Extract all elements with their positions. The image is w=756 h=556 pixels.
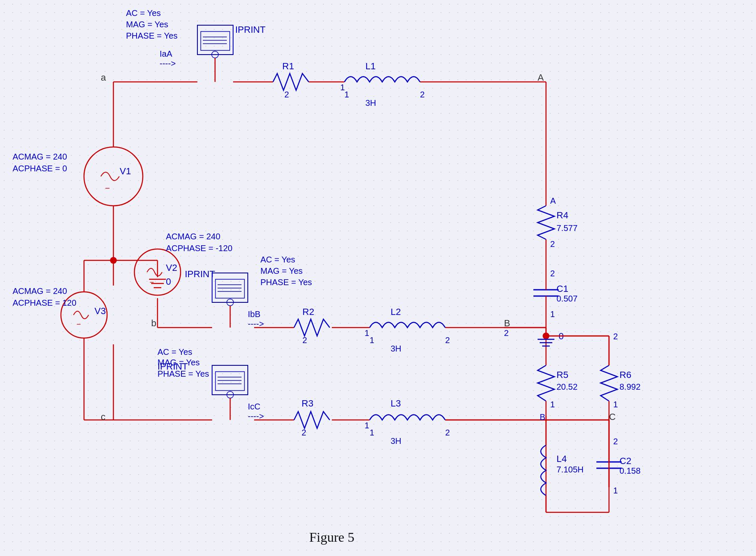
C1-label: C1 (556, 283, 568, 294)
node-c-label: c (101, 412, 105, 422)
R2-node2: 1 (365, 328, 369, 338)
IPRINT-C-arrow: ----> (248, 412, 264, 421)
IPRINT-A-label: IPRINT (235, 24, 265, 35)
C1-value: 0.507 (556, 294, 578, 303)
IPRINT-A-phase: PHASE = Yes (126, 31, 178, 40)
node-C-label: C (609, 412, 616, 422)
B-node-label-2: 2 (504, 328, 509, 338)
IPRINT-A-current: IaA (160, 49, 173, 58)
R6-node2: 2 (613, 332, 618, 341)
IPRINT-B-label: IPRINT (185, 269, 215, 279)
C2-value: 0.158 (620, 466, 640, 475)
B-area-label: B (540, 412, 545, 422)
node-A-label: A (538, 72, 544, 83)
L2-value: 3H (391, 344, 402, 353)
L3-node2: 2 (445, 428, 450, 437)
R3-node1: 2 (302, 428, 306, 437)
node-B-label: B (504, 318, 510, 328)
C2-node2: 2 (613, 437, 618, 446)
figure-label: Figure 5 (309, 530, 354, 545)
L1-node1: 1 (344, 90, 349, 99)
IPRINT-C-current: IcC (248, 402, 260, 411)
IPRINT-C-mag: MAG = Yes (158, 358, 200, 367)
V2-acmag: ACMAG = 240 (166, 232, 220, 241)
L2-label: L2 (391, 307, 401, 317)
svg-text:−: − (76, 320, 81, 328)
V3-acphase: ACPHASE = 120 (13, 298, 76, 307)
node-b-label: b (151, 318, 156, 328)
R5-value: 20.52 (556, 382, 578, 391)
R1-node2: 1 (340, 83, 345, 92)
IPRINT-B-current: IbB (248, 309, 260, 319)
R3-node2: 1 (365, 421, 369, 430)
L4-label: L4 (556, 454, 567, 464)
R2-label: R2 (302, 307, 314, 317)
C1-node2: 2 (550, 269, 555, 278)
L2-node1: 1 (370, 336, 374, 345)
V1-acphase: ACPHASE = 0 (13, 164, 67, 173)
C2-label: C2 (620, 456, 631, 466)
svg-text:−: − (105, 184, 110, 193)
IPRINT-A-arrow: ----> (160, 59, 176, 68)
L2-node2: 2 (445, 336, 450, 345)
L4-value: 7.105H (556, 465, 584, 474)
V1-label: V1 (120, 166, 131, 176)
V2-label: V2 (166, 262, 177, 273)
R6-node1: 1 (613, 400, 618, 409)
C1-node1: 1 (550, 309, 555, 319)
R4-label: R4 (556, 210, 568, 220)
IPRINT-A-ac: AC = Yes (126, 8, 161, 18)
IPRINT-C-ac: AC = Yes (158, 347, 192, 357)
R6-value: 8.992 (620, 382, 640, 391)
V1-acmag: ACMAG = 240 (13, 152, 67, 161)
R4-node2: 2 (550, 239, 555, 249)
R2-node1: 2 (302, 336, 307, 345)
IPRINT-C-phase: PHASE = Yes (158, 369, 209, 378)
V3-acmag: ACMAG = 240 (13, 286, 67, 296)
R4-nodeA: A (550, 196, 556, 205)
IPRINT-B-ac: AC = Yes (260, 255, 295, 264)
L3-label: L3 (391, 398, 401, 409)
V3-label: V3 (94, 306, 106, 316)
V2-acphase: ACPHASE = -120 (166, 244, 232, 253)
IPRINT-B-arrow: ----> (248, 319, 264, 328)
R5-node1: 1 (550, 400, 555, 409)
L3-node1: 1 (370, 428, 374, 437)
R1-node1: 2 (284, 90, 289, 99)
ground-label: 0 (166, 276, 171, 287)
R6-label: R6 (620, 370, 631, 380)
R3-label: R3 (302, 398, 313, 409)
R1-label: R1 (282, 61, 294, 71)
node-a-label: a (101, 72, 106, 83)
L1-node2: 2 (420, 90, 425, 99)
junction-left (110, 257, 117, 264)
L1-label: L1 (365, 61, 375, 71)
IPRINT-A-mag: MAG = Yes (126, 20, 168, 29)
C2-node1: 1 (613, 486, 618, 495)
IPRINT-B-mag: MAG = Yes (260, 266, 303, 275)
IPRINT-B-phase: PHASE = Yes (260, 278, 312, 287)
R5-label: R5 (556, 370, 568, 380)
L1-value: 3H (365, 98, 376, 108)
R4-value: 7.577 (556, 223, 578, 233)
L3-value: 3H (391, 436, 402, 446)
